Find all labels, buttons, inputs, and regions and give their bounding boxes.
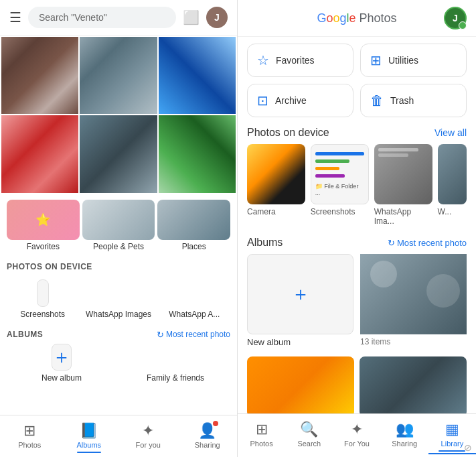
screenshots-item[interactable]: ⊘ Screenshots [7, 279, 78, 319]
search-nav-label: Search [297, 440, 321, 448]
most-recent-label-right: Most recent photo [397, 238, 467, 248]
whatsapp-label-right: WhatsApp Ima... [374, 207, 432, 226]
foryou-icon-right: ✦ [351, 421, 363, 438]
new-album-label-right: New album [247, 337, 353, 347]
right-content: ☆ Favorites ⊞ Utilities ⊡ Archive 🗑 Tras… [238, 37, 476, 413]
hamburger-icon[interactable]: ☰ [9, 9, 21, 25]
bottom-nav-right: ⊞ Photos 🔍 Search ✦ For You 👥 Sharing ▦ … [238, 413, 476, 457]
utilities-label: Utilities [388, 55, 418, 66]
nav-foryou-right[interactable]: ✦ For You [333, 419, 380, 454]
device-photos-header: PHOTOS ON DEVICE [0, 254, 237, 275]
nav-photos-left[interactable]: ⊞ Photos [0, 421, 60, 454]
photo-cell[interactable] [159, 37, 236, 114]
archive-utility[interactable]: ⊡ Archive [247, 84, 353, 117]
foryou-nav-label-right: For You [344, 440, 370, 448]
photos-nav-label-right: Photos [250, 440, 272, 448]
whatsapp-images-label: WhatsApp Images [86, 310, 151, 319]
device-photos-right: Camera 📁 File & Folder ... Screenshots [247, 144, 467, 226]
albums-header: ALBUMS ↻ Most recent photo [0, 323, 237, 344]
albums-grid-right: ＋ New album 13 items [247, 254, 467, 347]
whatsapp-a-item[interactable]: ⊘ WhatsApp A... [159, 279, 230, 319]
app-title: Google Photos [317, 11, 396, 25]
favorites-label: Favorites [27, 242, 60, 251]
camera-label: Camera [247, 207, 305, 216]
people-pets-label: People & Pets [93, 242, 144, 251]
nav-sharing-left[interactable]: 👤 Sharing [178, 421, 238, 454]
whatsapp-thumb-right [374, 144, 432, 204]
nav-photos-right[interactable]: ⊞ Photos [238, 419, 285, 454]
library-icon-right: ▦ [445, 421, 459, 438]
archive-label: Archive [275, 95, 307, 106]
foryou-icon: ✦ [142, 422, 154, 440]
device-photos-row: ⊘ Screenshots ⊘ WhatsApp Images ⊘ WhatsA… [0, 275, 237, 323]
screenshots-label: Screenshots [20, 310, 65, 319]
new-album-item[interactable]: ＋ New album [7, 344, 116, 383]
right-panel: Google Photos J ☆ Favorites ⊞ Utilities … [238, 0, 476, 457]
preview-street[interactable] [360, 356, 467, 413]
w-item-right[interactable]: W... [438, 144, 467, 226]
avatar-left[interactable]: J [206, 7, 228, 28]
utility-grid: ☆ Favorites ⊞ Utilities ⊡ Archive 🗑 Tras… [247, 44, 467, 117]
favorites-utility-label: Favorites [276, 55, 315, 66]
photo-cell[interactable] [1, 115, 78, 192]
library-active-underline [439, 450, 465, 452]
photo-cell[interactable] [159, 115, 236, 192]
photo-grid [0, 36, 237, 194]
archive-icon: ⊡ [257, 92, 268, 109]
bottom-nav-left: ⊞ Photos 📘 Albums ✦ For you 👤 Sharing [0, 415, 237, 457]
photo-cell[interactable] [1, 37, 78, 114]
people-pets-category[interactable]: People & Pets [82, 200, 155, 251]
sharing-nav-label: Sharing [195, 441, 220, 449]
nav-foryou-left[interactable]: ✦ For you [118, 421, 178, 454]
avatar-right[interactable]: J [444, 7, 467, 29]
favorites-category[interactable]: ⭐ Favorites [7, 200, 80, 251]
left-panel: ☰ Search "Veneto" ⬜ J ⭐ Favorites P [0, 0, 238, 457]
photo-cell[interactable] [80, 37, 157, 114]
trash-utility[interactable]: 🗑 Trash [360, 84, 467, 117]
photos-icon: ⊞ [23, 422, 35, 440]
camera-thumb [247, 144, 305, 204]
places-category[interactable]: Places [157, 200, 230, 251]
sharing-icon: 👤 [198, 422, 216, 440]
new-album-label: New album [42, 373, 82, 383]
device-section-header: Photos on device View all [247, 127, 467, 139]
device-section-title: Photos on device [247, 127, 329, 139]
search-input[interactable]: Search "Veneto" [28, 7, 176, 28]
preview-sunset[interactable] [247, 356, 354, 413]
category-row: ⭐ Favorites People & Pets Places [0, 194, 237, 254]
most-recent-right[interactable]: ↻ Most recent photo [388, 238, 467, 248]
sharing-nav-label-right: Sharing [392, 440, 417, 448]
family-album-right[interactable]: 13 items [360, 254, 467, 347]
photos-nav-label: Photos [18, 441, 41, 449]
favorites-utility[interactable]: ☆ Favorites [247, 44, 353, 77]
view-all-link[interactable]: View all [434, 127, 467, 138]
whatsapp-images-item[interactable]: ⊘ WhatsApp Images [82, 279, 154, 319]
add-icon-right: ＋ [291, 281, 310, 307]
new-album-thumb: ＋ [52, 344, 72, 371]
albums-section-title: Albums [247, 237, 283, 249]
photo-cell[interactable] [80, 115, 157, 192]
utilities-utility[interactable]: ⊞ Utilities [360, 44, 467, 77]
most-recent-link[interactable]: ↻ Most recent photo [157, 330, 230, 340]
refresh-icon-right: ↻ [388, 238, 395, 248]
albums-nav-label: Albums [76, 441, 101, 449]
camera-item[interactable]: Camera [247, 144, 305, 226]
new-album-right[interactable]: ＋ New album [247, 254, 353, 347]
family-album-label: Family & friends [147, 373, 204, 383]
screenshots-thumb-right: 📁 File & Folder ... [311, 144, 369, 204]
nav-albums-left[interactable]: 📘 Albums [60, 421, 119, 454]
cast-icon[interactable]: ⬜ [183, 9, 200, 25]
screenshots-item-right[interactable]: 📁 File & Folder ... Screenshots [311, 144, 369, 226]
nav-search-right[interactable]: 🔍 Search [285, 419, 333, 454]
left-topbar: ☰ Search "Veneto" ⬜ J [0, 0, 237, 36]
nav-sharing-right[interactable]: 👥 Sharing [381, 419, 428, 454]
trash-label: Trash [390, 95, 414, 106]
family-album-sublabel: 13 items [360, 337, 467, 346]
screenshots-thumb: ⊘ [37, 279, 49, 307]
family-album-item[interactable]: Family & friends [121, 344, 230, 383]
foryou-nav-label: For you [136, 441, 161, 449]
library-nav-label: Library [441, 440, 464, 448]
w-thumb-right [438, 144, 467, 204]
whatsapp-item-right[interactable]: WhatsApp Ima... [374, 144, 432, 226]
left-content: ⭐ Favorites People & Pets Places PHOTOS … [0, 36, 237, 415]
